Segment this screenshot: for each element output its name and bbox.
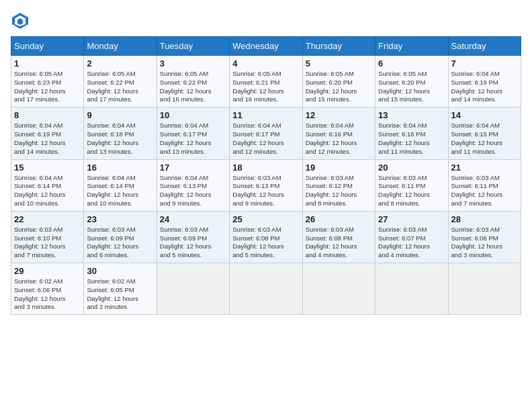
day-info: Sunrise: 6:03 AM Sunset: 6:09 PM Dayligh… — [160, 226, 226, 260]
day-number: 14 — [451, 110, 518, 120]
calendar-week-row: 1Sunrise: 6:05 AM Sunset: 6:23 PM Daylig… — [11, 56, 521, 107]
day-number: 7 — [451, 58, 518, 68]
day-info: Sunrise: 6:02 AM Sunset: 6:05 PM Dayligh… — [87, 277, 153, 312]
calendar-table: SundayMondayTuesdayWednesdayThursdayFrid… — [11, 36, 521, 315]
day-info: Sunrise: 6:04 AM Sunset: 6:19 PM Dayligh… — [451, 70, 518, 104]
day-number: 26 — [306, 214, 372, 224]
calendar-day-cell — [375, 263, 448, 315]
day-info: Sunrise: 6:03 AM Sunset: 6:11 PM Dayligh… — [451, 174, 518, 208]
day-number: 4 — [232, 58, 299, 68]
day-number: 23 — [87, 214, 153, 224]
calendar-day-cell: 16Sunrise: 6:04 AM Sunset: 6:14 PM Dayli… — [84, 159, 157, 211]
day-info: Sunrise: 6:03 AM Sunset: 6:12 PM Dayligh… — [306, 174, 372, 208]
calendar-day-cell: 6Sunrise: 6:05 AM Sunset: 6:20 PM Daylig… — [375, 56, 448, 107]
calendar-day-cell: 30Sunrise: 6:02 AM Sunset: 6:05 PM Dayli… — [84, 263, 157, 315]
day-info: Sunrise: 6:03 AM Sunset: 6:06 PM Dayligh… — [451, 226, 518, 260]
calendar-day-cell: 19Sunrise: 6:03 AM Sunset: 6:12 PM Dayli… — [302, 159, 375, 211]
calendar-day-cell: 12Sunrise: 6:04 AM Sunset: 6:16 PM Dayli… — [302, 107, 375, 159]
day-number: 30 — [87, 266, 153, 276]
calendar-day-cell: 1Sunrise: 6:05 AM Sunset: 6:23 PM Daylig… — [11, 56, 84, 107]
day-info: Sunrise: 6:04 AM Sunset: 6:16 PM Dayligh… — [306, 122, 372, 156]
day-info: Sunrise: 6:04 AM Sunset: 6:14 PM Dayligh… — [14, 174, 81, 208]
day-info: Sunrise: 6:03 AM Sunset: 6:09 PM Dayligh… — [87, 226, 153, 260]
calendar-day-cell: 7Sunrise: 6:04 AM Sunset: 6:19 PM Daylig… — [448, 56, 521, 107]
day-number: 1 — [14, 58, 81, 68]
calendar-day-cell: 13Sunrise: 6:04 AM Sunset: 6:16 PM Dayli… — [375, 107, 448, 159]
calendar-day-cell: 21Sunrise: 6:03 AM Sunset: 6:11 PM Dayli… — [448, 159, 521, 211]
day-number: 13 — [378, 110, 445, 120]
calendar-day-cell: 27Sunrise: 6:03 AM Sunset: 6:07 PM Dayli… — [375, 211, 448, 263]
calendar-day-cell: 22Sunrise: 6:03 AM Sunset: 6:10 PM Dayli… — [11, 211, 84, 263]
logo-icon — [11, 11, 30, 30]
day-info: Sunrise: 6:05 AM Sunset: 6:22 PM Dayligh… — [87, 70, 153, 104]
header-thursday: Thursday — [302, 37, 375, 56]
day-info: Sunrise: 6:05 AM Sunset: 6:23 PM Dayligh… — [14, 70, 81, 104]
day-info: Sunrise: 6:04 AM Sunset: 6:15 PM Dayligh… — [451, 122, 518, 156]
day-info: Sunrise: 6:04 AM Sunset: 6:17 PM Dayligh… — [160, 122, 226, 156]
day-number: 3 — [160, 58, 226, 68]
day-info: Sunrise: 6:05 AM Sunset: 6:22 PM Dayligh… — [160, 70, 226, 104]
calendar-day-cell: 26Sunrise: 6:03 AM Sunset: 6:08 PM Dayli… — [302, 211, 375, 263]
calendar-week-row: 22Sunrise: 6:03 AM Sunset: 6:10 PM Dayli… — [11, 211, 521, 263]
logo — [11, 11, 32, 30]
day-number: 16 — [87, 163, 153, 173]
calendar-day-cell: 28Sunrise: 6:03 AM Sunset: 6:06 PM Dayli… — [448, 211, 521, 263]
day-number: 19 — [306, 163, 372, 173]
day-number: 20 — [378, 163, 445, 173]
header-friday: Friday — [375, 37, 448, 56]
calendar-day-cell: 9Sunrise: 6:04 AM Sunset: 6:18 PM Daylig… — [84, 107, 157, 159]
header-sunday: Sunday — [11, 37, 84, 56]
day-info: Sunrise: 6:04 AM Sunset: 6:18 PM Dayligh… — [87, 122, 153, 156]
header-saturday: Saturday — [448, 37, 521, 56]
calendar-day-cell — [448, 263, 521, 315]
day-number: 17 — [160, 163, 226, 173]
calendar-day-cell — [230, 263, 302, 315]
day-number: 6 — [378, 58, 445, 68]
day-info: Sunrise: 6:04 AM Sunset: 6:16 PM Dayligh… — [378, 122, 445, 156]
day-info: Sunrise: 6:02 AM Sunset: 6:06 PM Dayligh… — [14, 277, 81, 312]
header-wednesday: Wednesday — [230, 37, 302, 56]
day-info: Sunrise: 6:03 AM Sunset: 6:08 PM Dayligh… — [232, 226, 299, 260]
day-number: 27 — [378, 214, 445, 224]
day-number: 2 — [87, 58, 153, 68]
day-info: Sunrise: 6:04 AM Sunset: 6:19 PM Dayligh… — [14, 122, 81, 156]
day-info: Sunrise: 6:03 AM Sunset: 6:08 PM Dayligh… — [306, 226, 372, 260]
day-info: Sunrise: 6:03 AM Sunset: 6:13 PM Dayligh… — [232, 174, 299, 208]
calendar-day-cell: 3Sunrise: 6:05 AM Sunset: 6:22 PM Daylig… — [157, 56, 229, 107]
calendar-week-row: 8Sunrise: 6:04 AM Sunset: 6:19 PM Daylig… — [11, 107, 521, 159]
calendar-day-cell: 15Sunrise: 6:04 AM Sunset: 6:14 PM Dayli… — [11, 159, 84, 211]
header-monday: Monday — [84, 37, 157, 56]
page-header — [11, 11, 521, 30]
calendar-day-cell: 10Sunrise: 6:04 AM Sunset: 6:17 PM Dayli… — [157, 107, 229, 159]
calendar-day-cell: 4Sunrise: 6:05 AM Sunset: 6:21 PM Daylig… — [230, 56, 302, 107]
day-number: 12 — [306, 110, 372, 120]
day-info: Sunrise: 6:05 AM Sunset: 6:20 PM Dayligh… — [378, 70, 445, 104]
calendar-header-row: SundayMondayTuesdayWednesdayThursdayFrid… — [11, 37, 521, 56]
calendar-day-cell: 25Sunrise: 6:03 AM Sunset: 6:08 PM Dayli… — [230, 211, 302, 263]
day-number: 5 — [306, 58, 372, 68]
day-info: Sunrise: 6:03 AM Sunset: 6:07 PM Dayligh… — [378, 226, 445, 260]
day-number: 9 — [87, 110, 153, 120]
day-info: Sunrise: 6:05 AM Sunset: 6:20 PM Dayligh… — [306, 70, 372, 104]
day-info: Sunrise: 6:05 AM Sunset: 6:21 PM Dayligh… — [232, 70, 299, 104]
day-info: Sunrise: 6:03 AM Sunset: 6:11 PM Dayligh… — [378, 174, 445, 208]
day-number: 11 — [232, 110, 299, 120]
day-number: 18 — [232, 163, 299, 173]
day-info: Sunrise: 6:04 AM Sunset: 6:13 PM Dayligh… — [160, 174, 226, 208]
day-number: 28 — [451, 214, 518, 224]
day-number: 25 — [232, 214, 299, 224]
calendar-day-cell — [302, 263, 375, 315]
calendar-day-cell: 17Sunrise: 6:04 AM Sunset: 6:13 PM Dayli… — [157, 159, 229, 211]
calendar-day-cell: 29Sunrise: 6:02 AM Sunset: 6:06 PM Dayli… — [11, 263, 84, 315]
calendar-day-cell: 11Sunrise: 6:04 AM Sunset: 6:17 PM Dayli… — [230, 107, 302, 159]
day-number: 10 — [160, 110, 226, 120]
day-number: 21 — [451, 163, 518, 173]
calendar-day-cell — [157, 263, 229, 315]
calendar-week-row: 15Sunrise: 6:04 AM Sunset: 6:14 PM Dayli… — [11, 159, 521, 211]
day-number: 8 — [14, 110, 81, 120]
calendar-day-cell: 8Sunrise: 6:04 AM Sunset: 6:19 PM Daylig… — [11, 107, 84, 159]
calendar-day-cell: 20Sunrise: 6:03 AM Sunset: 6:11 PM Dayli… — [375, 159, 448, 211]
day-number: 22 — [14, 214, 81, 224]
day-info: Sunrise: 6:03 AM Sunset: 6:10 PM Dayligh… — [14, 226, 81, 260]
day-info: Sunrise: 6:04 AM Sunset: 6:14 PM Dayligh… — [87, 174, 153, 208]
